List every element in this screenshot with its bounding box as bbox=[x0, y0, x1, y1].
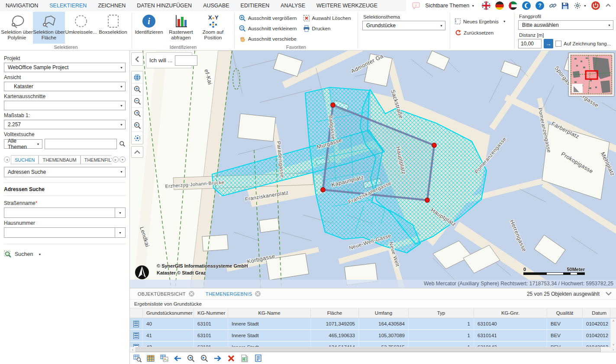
info-bubble-icon[interactable]: i bbox=[412, 2, 420, 10]
reset-button[interactable]: Zurücksetzen bbox=[455, 29, 514, 36]
raster-query-button[interactable]: Rasterwert abfragen bbox=[165, 12, 197, 44]
massstab-select[interactable]: 2.257 ▼ bbox=[4, 120, 126, 129]
tab-objektuebersicht[interactable]: OBJEKTÜBERSICHT bbox=[138, 291, 194, 297]
help-icon[interactable]: ? bbox=[535, 1, 544, 10]
collapse-panel-icon[interactable] bbox=[606, 292, 612, 296]
column-header[interactable]: KG-Name bbox=[228, 308, 311, 318]
column-header[interactable]: KG-Gnr. bbox=[474, 308, 547, 318]
column-header[interactable]: Fläche bbox=[311, 308, 359, 318]
projekt-select[interactable]: WebOffice Sample Project ▼ bbox=[4, 63, 126, 72]
save-icon[interactable] bbox=[561, 2, 569, 10]
search-type-select[interactable]: Adressen Suche ▼ bbox=[4, 167, 126, 177]
menu-tab-navigation[interactable]: NAVIGATION bbox=[0, 0, 44, 11]
hausnummer-dropdown-button[interactable]: ▼ bbox=[115, 227, 126, 238]
link-icon[interactable] bbox=[549, 2, 557, 10]
settings-dropdown[interactable]: ▼ bbox=[574, 2, 587, 10]
tabs-more-icon[interactable]: ▾ bbox=[119, 156, 126, 163]
table-row[interactable]: 4063101Innere Stadt1071,349205164,430584… bbox=[130, 318, 616, 330]
power-icon[interactable] bbox=[591, 1, 600, 10]
collapse-sidebar-button[interactable] bbox=[131, 52, 143, 66]
ansicht-select[interactable]: Kataster ▼ bbox=[4, 82, 126, 91]
identify-button[interactable]: i Identifizieren bbox=[133, 12, 165, 44]
next-extent-button[interactable] bbox=[132, 120, 143, 132]
tab-themenergebnis[interactable]: THEMENERGEBNIS bbox=[206, 291, 261, 297]
strassenname-dropdown-button[interactable]: ▼ bbox=[115, 208, 126, 218]
scroll-up-icon[interactable]: ˄ bbox=[613, 319, 615, 323]
menu-tab-daten-hinzufügen[interactable]: DATEN HINZUFÜGEN bbox=[131, 0, 197, 11]
tabs-scroll-left-icon[interactable]: ◂ bbox=[4, 156, 10, 163]
previous-extent-button[interactable] bbox=[132, 108, 143, 120]
delete-result-button[interactable] bbox=[226, 353, 236, 364]
column-header[interactable]: Datum bbox=[583, 308, 610, 318]
table-row[interactable]: 4163101Innere Stadt465,190633105,3070891… bbox=[130, 330, 616, 342]
zoom-to-record-button[interactable] bbox=[132, 353, 142, 364]
new-result-button[interactable]: Neues Ergebnis ▼ bbox=[455, 18, 514, 25]
tab-themenbaum[interactable]: THEMENBAUM bbox=[39, 155, 80, 164]
column-header[interactable]: Typ bbox=[409, 308, 474, 318]
snap-drawing-checkbox[interactable] bbox=[555, 41, 561, 47]
overview-map[interactable] bbox=[568, 53, 614, 96]
apply-distance-button[interactable]: → bbox=[544, 39, 553, 48]
scroll-down-icon[interactable]: ˅ bbox=[613, 343, 615, 347]
zoom-next-record-button[interactable] bbox=[199, 353, 210, 364]
previous-record-button[interactable] bbox=[172, 353, 183, 364]
copy-view-button[interactable] bbox=[159, 353, 169, 364]
moon-icon[interactable] bbox=[522, 1, 531, 10]
close-icon[interactable] bbox=[255, 291, 261, 297]
record-details-icon[interactable] bbox=[133, 332, 139, 339]
map-canvas[interactable]: ef-KaiLendkaiAdmonter GaSporgasseSackstr… bbox=[130, 51, 616, 288]
tab-suchen[interactable]: SUCHEN bbox=[11, 155, 39, 164]
tabs-scroll-right-icon[interactable]: ▸ bbox=[113, 156, 119, 163]
table-row[interactable]: 4263101Innere Stadt124,51741453,75621516… bbox=[130, 342, 616, 347]
kartenausschnitte-select[interactable]: ▼ bbox=[4, 101, 126, 110]
menu-tab-weitere-werkzeuge[interactable]: WEITERE WERKZEUGE bbox=[311, 0, 383, 11]
zoom-previous-record-button[interactable] bbox=[186, 353, 196, 364]
menu-tab-zeichnen[interactable]: ZEICHNEN bbox=[92, 0, 131, 11]
column-header[interactable]: Grundstücksnummer ▾ bbox=[143, 308, 194, 318]
column-header[interactable]: Qualität bbox=[547, 308, 583, 318]
volltext-scope-select[interactable]: Alle Themen ▼ bbox=[4, 139, 42, 149]
selektionsthema-select[interactable]: Grundstücke ▼ bbox=[362, 21, 445, 30]
select-area-button[interactable]: Selektion über Fläche bbox=[33, 12, 65, 44]
menu-tab-analyse[interactable]: ANALYSE bbox=[275, 0, 311, 11]
print-button[interactable]: Drucken bbox=[303, 25, 351, 32]
export-excel-button[interactable] bbox=[239, 353, 250, 364]
full-extent-button[interactable] bbox=[132, 71, 143, 83]
column-header[interactable]: Umfang bbox=[359, 308, 409, 318]
tab-themenfilter[interactable]: THEMENFILTER bbox=[81, 155, 112, 164]
map-viewport[interactable]: ef-KaiLendkaiAdmonter GaSporgasseSackstr… bbox=[130, 51, 616, 288]
clear-selection-button[interactable]: Auswahl Löschen bbox=[303, 15, 351, 22]
fangprofil-select[interactable]: Bitte auswählen ▼ bbox=[518, 20, 613, 30]
distanz-input[interactable] bbox=[518, 39, 542, 48]
vertical-scrollbar[interactable]: ˄ ˅ bbox=[610, 319, 616, 347]
select-box-button[interactable]: Boxselektion bbox=[97, 12, 129, 44]
ich-will-input[interactable] bbox=[175, 55, 197, 66]
close-icon[interactable] bbox=[189, 291, 194, 297]
hausnummer-input[interactable] bbox=[4, 227, 115, 238]
column-header[interactable]: KG-Nummer bbox=[194, 308, 228, 318]
search-icon[interactable] bbox=[119, 139, 126, 149]
flag-uae-icon[interactable] bbox=[509, 1, 517, 10]
record-details-icon[interactable] bbox=[133, 321, 139, 327]
collapse-map-toolbar-button[interactable] bbox=[131, 146, 143, 158]
flag-de-icon[interactable] bbox=[495, 1, 504, 10]
volltext-search-input[interactable] bbox=[45, 139, 117, 149]
menu-tab-ausgabe[interactable]: AUSGABE bbox=[197, 0, 235, 11]
extent-zoom-in-button[interactable]: Ausschnitt vergrößern bbox=[239, 15, 297, 22]
zoom-out-button[interactable] bbox=[132, 96, 143, 108]
next-record-button[interactable] bbox=[213, 353, 223, 364]
extent-pan-button[interactable]: Ausschnitt verschiebe bbox=[239, 35, 297, 42]
suchen-button[interactable]: Suchen ▼ bbox=[4, 244, 126, 258]
report-button[interactable] bbox=[253, 353, 263, 364]
select-polyline-button[interactable]: Selektion über Polylinie bbox=[1, 12, 33, 44]
menu-tab-editieren[interactable]: EDITIEREN bbox=[235, 0, 275, 11]
flag-uk-icon[interactable] bbox=[482, 1, 490, 10]
scrollbar-thumb[interactable] bbox=[135, 348, 601, 352]
zoom-to-position-button[interactable]: X Y Zoom auf Position bbox=[197, 12, 229, 44]
center-position-button[interactable] bbox=[132, 132, 143, 144]
collapse-ribbon-icon[interactable] bbox=[605, 2, 612, 9]
visible-themes-dropdown[interactable]: Sichtbare Themen ▼ bbox=[425, 3, 474, 9]
table-view-button[interactable] bbox=[145, 353, 156, 364]
menu-tab-selektieren[interactable]: SELEKTIEREN bbox=[44, 0, 92, 11]
overview-extent-rect[interactable] bbox=[586, 71, 597, 79]
